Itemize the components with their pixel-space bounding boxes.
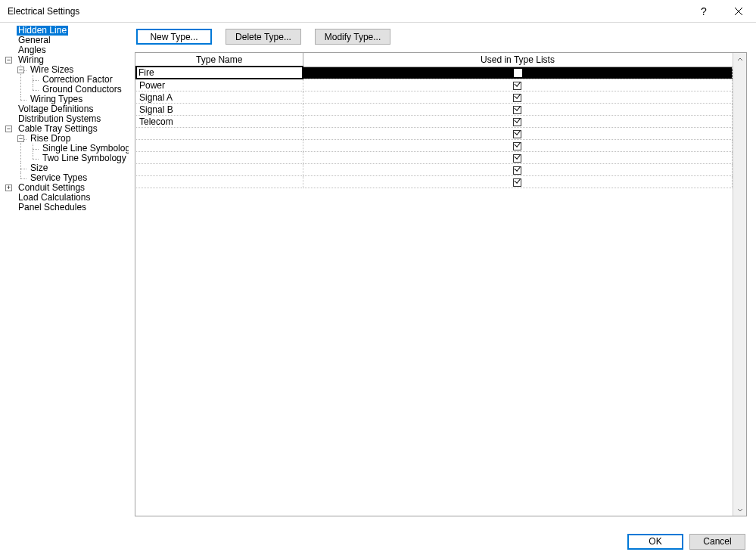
help-button[interactable]: ? [686, 0, 721, 23]
type-name-cell[interactable] [136, 164, 303, 176]
collapse-icon[interactable] [17, 67, 24, 73]
used-in-lists-cell[interactable] [303, 128, 733, 140]
checkbox-checked-icon[interactable] [513, 94, 521, 102]
tree-item[interactable]: WiringWire SizesCorrection FactorGround … [5, 55, 124, 104]
tree-item[interactable]: Rise DropSingle Line SymbologyTwo Line S… [17, 134, 124, 163]
tree-item[interactable]: Panel Schedules [5, 203, 124, 212]
tree-item-label[interactable]: Two Line Symbology [41, 153, 128, 163]
chevron-up-icon [737, 57, 743, 63]
scroll-track[interactable] [733, 66, 746, 503]
used-in-lists-cell[interactable] [303, 79, 733, 91]
ok-button[interactable]: OK [627, 534, 683, 550]
checkbox-checked-icon[interactable] [513, 154, 521, 163]
type-name-cell[interactable] [136, 128, 303, 140]
table-row[interactable]: Fire [136, 67, 733, 79]
new-type-button[interactable]: New Type... [136, 29, 212, 45]
table-row[interactable]: Signal B [136, 104, 733, 116]
checkbox-checked-icon[interactable] [513, 166, 521, 175]
scroll-down-button[interactable] [733, 503, 746, 516]
checkbox-checked-icon[interactable] [513, 178, 521, 187]
chevron-down-icon [737, 507, 743, 513]
type-name-cell[interactable] [136, 152, 303, 164]
checkbox-checked-icon[interactable] [513, 106, 521, 114]
collapse-icon[interactable] [17, 135, 24, 142]
type-name-cell[interactable]: Power [136, 79, 303, 91]
table-row[interactable]: Telecom [136, 116, 733, 128]
used-in-lists-cell[interactable] [303, 152, 733, 164]
collapse-icon[interactable] [5, 126, 12, 132]
collapse-icon[interactable] [5, 57, 12, 64]
table-row[interactable] [136, 152, 733, 164]
modify-type-button[interactable]: Modify Type... [315, 29, 390, 45]
checkbox-checked-icon[interactable] [513, 118, 521, 126]
close-icon [735, 8, 742, 15]
type-name-cell[interactable] [136, 176, 303, 188]
window-title: Electrical Settings [8, 6, 686, 17]
settings-tree[interactable]: Hidden LineGeneralAnglesWiringWire Sizes… [0, 23, 129, 528]
used-in-lists-cell[interactable] [303, 164, 733, 176]
tree-item[interactable]: Wire SizesCorrection FactorGround Conduc… [17, 65, 124, 95]
checkbox-checked-icon[interactable] [513, 82, 521, 90]
used-in-lists-cell[interactable] [303, 67, 733, 79]
tree-item[interactable]: Cable Tray SettingsRise DropSingle Line … [5, 124, 124, 183]
scroll-up-button[interactable] [733, 53, 746, 66]
used-in-lists-cell[interactable] [303, 176, 733, 188]
used-in-lists-cell[interactable] [303, 116, 733, 128]
used-in-lists-cell[interactable] [303, 104, 733, 116]
table-row[interactable]: Signal A [136, 91, 733, 104]
type-name-cell[interactable]: Signal A [136, 91, 303, 104]
vertical-scrollbar[interactable] [733, 53, 746, 516]
used-in-lists-cell[interactable] [303, 91, 733, 104]
table-row[interactable] [136, 128, 733, 140]
table-row[interactable] [136, 140, 733, 152]
checkbox-checked-icon[interactable] [513, 142, 521, 150]
expand-icon[interactable] [5, 184, 12, 191]
type-name-cell[interactable]: Signal B [136, 104, 303, 116]
used-in-lists-cell[interactable] [303, 140, 733, 152]
checkbox-checked-icon[interactable] [513, 130, 521, 138]
table-row[interactable]: Power [136, 79, 733, 91]
type-name-cell[interactable] [136, 140, 303, 152]
column-header-used[interactable]: Used in Type Lists [303, 53, 733, 67]
table-row[interactable] [136, 176, 733, 188]
tree-item-label[interactable]: Panel Schedules [17, 203, 88, 212]
type-name-cell[interactable]: Telecom [136, 116, 303, 128]
delete-type-button[interactable]: Delete Type... [226, 29, 301, 45]
column-header-name[interactable]: Type Name [136, 53, 303, 67]
table-row[interactable] [136, 164, 733, 176]
service-types-table[interactable]: Type Name Used in Type Lists FirePowerSi… [135, 53, 733, 188]
type-name-cell[interactable]: Fire [136, 67, 303, 79]
checkbox-checked-icon[interactable] [514, 69, 522, 77]
help-icon: ? [701, 5, 707, 17]
cancel-button[interactable]: Cancel [689, 534, 745, 550]
close-button[interactable] [721, 0, 756, 23]
